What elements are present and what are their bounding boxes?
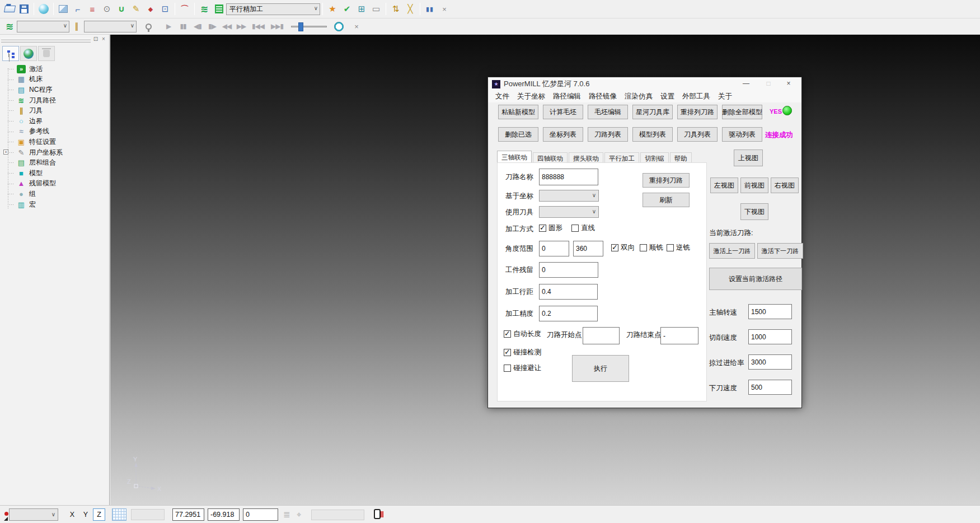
rearrange-button[interactable]: 重排列刀路 [643,173,690,188]
maximize-icon[interactable]: □ [760,77,777,90]
strategy-list-icon[interactable] [212,2,226,16]
cutting-feed-input[interactable] [748,329,792,344]
sim-toolpath-combo[interactable]: ∨ [17,21,69,32]
panel-close-icon[interactable]: × [100,36,107,43]
screen-capture-icon[interactable] [374,509,381,519]
start-point-input[interactable] [583,327,620,344]
minimize-icon[interactable]: — [738,77,754,90]
tree-item-groups[interactable]: ● 组 [0,189,109,199]
tool-library-button[interactable]: 星河刀具库 [632,105,673,119]
tree-item-feature-sets[interactable]: ▣ 特征设置 [0,137,109,147]
conventional-option[interactable]: 逆铣 [667,243,690,253]
tree-item-active[interactable]: » 激活 [0,64,109,74]
z-heights-icon[interactable]: ≡ [85,2,100,16]
slider-handle[interactable] [298,22,303,31]
batch-process-icon[interactable]: ★ [325,2,340,16]
method-circular-option[interactable]: 圆形 [539,223,562,233]
transform-toolpath-icon[interactable]: ╳ [403,2,418,16]
grid-toggle-icon[interactable] [112,508,126,521]
simulation-clock-icon[interactable] [331,20,346,33]
circular-checkbox[interactable] [539,225,546,232]
view-front-button[interactable]: 前视图 [740,178,768,193]
draw-icon[interactable]: ✎ [129,2,143,16]
tree-item-models[interactable]: ■ 模型 [0,168,109,179]
save-project-icon[interactable] [17,2,31,16]
block-sphere-icon[interactable] [36,2,51,16]
stock-input[interactable] [539,262,598,278]
strategy-combo[interactable]: 平行精加工 ∨ [226,3,320,15]
delete-selected-button[interactable]: 删除已选 [498,127,538,142]
view-top-button[interactable]: 上视图 [734,150,763,166]
panel-gripper[interactable] [1,38,91,43]
drive-list-button[interactable]: 驱动列表 [722,127,762,142]
menu-settings[interactable]: 设置 [660,92,674,101]
collision-detect-option[interactable]: 碰撞检测 [504,348,541,357]
toolpath-name-input[interactable] [539,169,598,185]
calc-block-button[interactable]: 计算毛坯 [543,105,583,119]
collision-avoid-option[interactable]: 碰撞避让 [504,363,541,373]
end-point-input[interactable] [660,327,698,344]
explorer-tab-world[interactable] [20,46,37,61]
menu-external-tools[interactable]: 外部工具 [682,92,710,101]
model-list-button[interactable]: 模型列表 [632,127,673,142]
menu-path-mirror[interactable]: 路径镜像 [589,92,617,101]
expand-icon[interactable]: + [3,150,8,155]
angle-to-input[interactable] [573,241,603,256]
block-icon[interactable] [56,2,71,16]
activate-prev-button[interactable]: 激活上一刀路 [709,243,755,259]
edit-block-button[interactable]: 毛坯编辑 [588,105,628,119]
calculator-icon[interactable]: ⊞ [354,2,369,16]
base-coord-combo[interactable]: ∨ [539,190,599,202]
view-left-button[interactable]: 左视图 [710,178,738,193]
collision-avoid-checkbox[interactable] [504,365,511,372]
spindle-speed-input[interactable] [748,304,792,319]
view-bottom-button[interactable]: 下视图 [740,203,768,220]
explorer-tab-trash[interactable] [38,46,55,61]
collision-detect-checkbox[interactable] [504,349,511,356]
dialog-titlebar[interactable]: ★ PowerMILL 忆梦星河 7.0.6 — □ × [488,77,801,91]
explorer-tab-tree[interactable] [2,46,19,61]
rearrange-toolpaths-button[interactable]: 重排列刀路 [677,105,718,119]
climb-option[interactable]: 顺铣 [640,243,663,253]
plunge-feed-input[interactable] [748,380,792,395]
step-back-icon[interactable]: ◀▮ [190,20,205,33]
climb-checkbox[interactable] [640,244,647,251]
float-panel-icon[interactable]: ⊡ [92,36,99,43]
toolpath-list-button[interactable]: 刀路列表 [588,127,628,142]
tree-item-machine[interactable]: ▦ 机床 [0,74,109,85]
toolbar-close-icon[interactable]: × [437,2,452,16]
points-icon[interactable]: ◆ [143,2,158,16]
tree-item-workplanes[interactable]: + ✎ 用户坐标系 [0,147,109,158]
sim-tool-icon[interactable]: ∥ [69,20,84,33]
go-to-end-icon[interactable]: ▶▶▮ [268,20,287,33]
measure-icon[interactable]: ▭ [369,2,383,16]
verify-toolpath-icon[interactable]: ✔ [340,2,354,16]
go-to-start-icon[interactable]: ▮◀◀ [248,20,268,33]
axis-x-button[interactable]: X [66,508,78,521]
paste-new-model-button[interactable]: 粘贴新模型 [498,105,538,119]
viewport-canvas[interactable]: Y X Z ★ PowerMILL 忆梦星河 7.0.6 — □ × 文件 关于… [110,35,980,505]
feature-block-icon[interactable]: ⊡ [158,2,172,16]
auto-length-checkbox[interactable] [504,330,511,338]
tolerance-input[interactable] [539,306,598,321]
cursor-x-input[interactable] [172,508,204,521]
axis-z-button[interactable]: Z [93,508,105,521]
clamp-icon[interactable]: ∪ [114,2,129,16]
activate-next-button[interactable]: 激活下一刀路 [757,243,803,259]
leads-links-icon[interactable]: ⌒ [177,2,192,16]
coord-list-button[interactable]: 坐标列表 [543,127,583,142]
method-linear-option[interactable]: 直线 [571,223,595,233]
set-active-path-button[interactable]: 设置当前激活路径 [709,268,802,290]
tool-start-point-icon[interactable]: ⊙ [100,2,114,16]
auto-length-option[interactable]: 自动长度 [504,329,541,339]
delete-all-models-button[interactable]: 删除全部模型 [722,105,762,119]
menu-path-edit[interactable]: 路径编辑 [553,92,581,101]
tree-item-tools[interactable]: ∥ 刀具 [0,105,109,116]
step-forward-icon[interactable]: ▮▶ [205,20,219,33]
conventional-checkbox[interactable] [667,244,674,251]
compare-models-icon[interactable]: ▮▮ [423,2,437,16]
axis-y-button[interactable]: Y [79,508,92,521]
tree-item-levels-sets[interactable]: ▤ 层和组合 [0,157,109,168]
tree-item-toolpaths[interactable]: ≋ 刀具路径 [0,95,109,106]
sim-tool-combo[interactable]: ∨ [84,21,137,32]
